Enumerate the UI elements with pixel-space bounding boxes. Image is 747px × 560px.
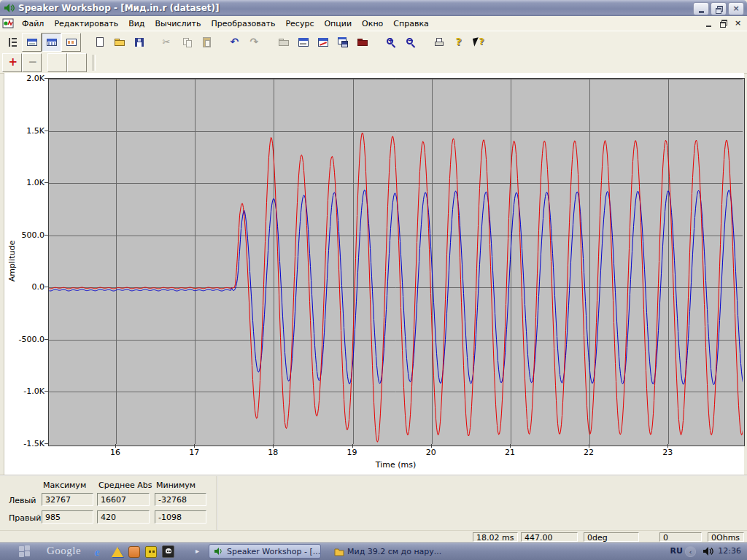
undo-button[interactable]: ↶ [225,33,245,52]
toolbar-edit: +− [0,52,747,74]
remove-marker-icon: − [26,57,38,69]
stats-value-левый-2: 16607 [97,493,150,506]
menu-item-6[interactable]: Ресурс [280,17,319,31]
datasheet-view-icon [26,36,38,48]
save-button[interactable] [129,33,149,52]
quicklaunch-ie-icon[interactable]: e [95,546,107,558]
save-window-icon [337,36,349,48]
x-tick-mark [667,444,668,448]
x-tick-label: 17 [179,448,209,457]
mdi-minimize-button[interactable] [703,18,715,28]
edit-blank-1-button[interactable] [47,53,67,72]
open-resource-icon [278,36,290,48]
edit-remove-marker-button[interactable]: − [22,53,42,72]
task-button-1[interactable]: Speaker Workshop - [... [209,544,321,559]
datasheet-view-button[interactable] [22,33,42,52]
mdi-restore-button[interactable] [717,18,729,28]
new-button[interactable] [90,33,109,52]
quicklaunch-orange-icon[interactable] [128,546,140,558]
new-icon [94,36,106,48]
export-button[interactable] [352,33,372,52]
y-tick-label: 1.5K [4,126,44,136]
menu-item-8[interactable]: Окно [357,17,388,31]
properties-window-icon [298,36,309,48]
chevron-icon[interactable]: ▸ [196,547,199,555]
stats-column-header: Минимум [156,481,196,490]
dataset-window-icon[interactable] [2,18,14,29]
quicklaunch-triangle-icon[interactable] [112,546,123,558]
google-toolbar-label[interactable]: Google [47,545,81,557]
status-field-4: 0 [659,532,702,542]
task-button-2[interactable]: Мид 39.2 см до нару... [330,544,455,559]
export-icon [357,36,368,48]
save-icon [133,36,145,48]
minimize-button[interactable] [693,2,709,15]
print-icon [433,36,445,48]
notes-view-button[interactable] [61,33,81,52]
zoom-out-button[interactable]: − [400,33,420,52]
tray-chevron-icon[interactable]: ‹ [685,546,696,557]
copy-icon [182,36,193,48]
x-tick-label: 16 [101,448,130,457]
x-axis-title: Time (ms) [48,460,743,470]
taskbar: Google e ▸ RU ‹ 12:36 Speaker Workshop -… [0,542,747,560]
y-tick-mark [44,131,48,131]
menu-item-5[interactable]: Преобразовать [206,17,280,31]
paste-icon [201,36,213,48]
x-tick-mark [510,444,511,448]
y-tick-label: 1.0K [4,178,44,187]
sort-tree-button[interactable] [2,33,22,52]
status-field-2: 447.00 [521,532,578,542]
toolbar-band-separator [93,55,96,71]
mdi-close-button[interactable]: × [732,18,744,28]
zoom-in-button[interactable]: + [381,33,400,52]
menu-item-9[interactable]: Справка [388,17,433,31]
redo-icon: ↷ [249,36,261,48]
properties-window-button[interactable] [293,33,313,52]
x-tick-label: 18 [258,448,287,457]
panel-splitter[interactable] [217,476,217,531]
menu-item-2[interactable]: Редактировать [49,17,123,31]
toolbar-group-1 [2,33,81,52]
title-bar[interactable]: Speaker Workshop - [Мид.in.r (dataset)] … [0,0,747,16]
task-button-label: Мид 39.2 см до нару... [347,547,441,556]
taskbar-clock: 12:36 [718,546,741,556]
stats-value-правый-1: 985 [42,510,93,524]
edit-blank-2-button[interactable] [67,53,87,72]
edit-add-marker-button[interactable]: + [2,53,22,72]
x-tick-mark [273,444,274,448]
chart-view-icon [46,36,58,48]
y-tick-mark [44,182,48,183]
menu-item-7[interactable]: Опции [319,17,357,31]
help-button[interactable]: ? [449,33,468,52]
restore-button[interactable] [711,2,727,15]
toolbar-group-5 [274,33,372,52]
menu-item-1[interactable]: Файл [17,17,49,31]
add-marker-icon: + [7,57,18,69]
y-tick-label: 2.0K [4,74,44,83]
stats-panel: МаксимумСреднее AbsМинимумЛевый327671660… [0,475,747,531]
stats-column-header: Максимум [43,481,86,490]
open-button[interactable] [109,33,129,52]
start-button[interactable] [19,545,31,557]
cut-button: ✂ [158,33,177,52]
x-tick-label: 21 [495,448,525,457]
status-field-5: 0Ohms [708,532,744,542]
paste-button [197,33,217,52]
language-indicator[interactable]: RU [670,546,683,556]
volume-icon[interactable] [702,545,713,557]
stats-value-правый-2: 420 [97,510,150,524]
chart-window-button[interactable] [313,33,333,52]
quicklaunch-robot-icon[interactable] [145,546,157,558]
waveform-canvas[interactable] [49,79,743,444]
quicklaunch-skull-icon[interactable] [162,545,174,558]
menu-item-3[interactable]: Вид [123,17,150,31]
print-button[interactable] [429,33,449,52]
save-window-button[interactable] [333,33,352,52]
close-button[interactable]: × [728,2,744,15]
x-tick-label: 23 [653,448,682,457]
menu-item-4[interactable]: Вычислить [150,17,206,31]
undo-icon: ↶ [230,36,241,48]
context-help-button[interactable]: ? [468,33,488,52]
chart-view-button[interactable] [42,33,61,52]
